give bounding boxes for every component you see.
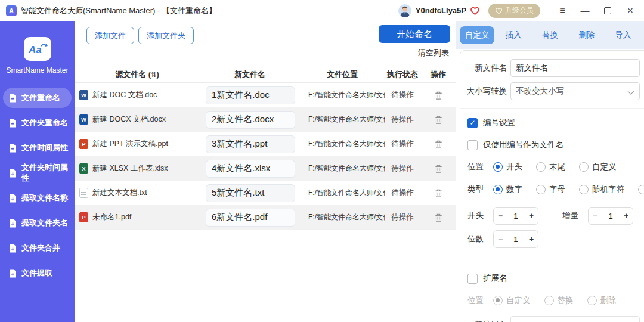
app-logo: Aa: [24, 37, 51, 61]
radio-option-3[interactable]: 自定义: [579, 162, 617, 172]
radio-circle-icon: [638, 185, 644, 194]
sidebar-item-label: 文件夹合并: [21, 243, 60, 253]
start-number-label: 开头: [467, 210, 485, 221]
tab-5[interactable]: 导入: [606, 26, 640, 44]
source-file-name: 新建 DOCX 文档.docx: [92, 114, 166, 125]
menu-icon[interactable]: ≡: [553, 5, 571, 16]
start-rename-button[interactable]: 开始命名: [379, 25, 450, 43]
radio-circle-icon: [579, 162, 589, 172]
sidebar-item-5[interactable]: 提取文件名称: [3, 188, 72, 208]
clear-list-link[interactable]: 清空列表: [418, 48, 449, 57]
sidebar-item-3[interactable]: 文件时间属性: [3, 138, 72, 158]
file-location: F:/智能文件命名大师/文件/新: [300, 188, 385, 198]
file-type-icon: [79, 188, 88, 198]
trash-icon: [435, 91, 442, 100]
file-table: 源文件名 (⇅) 新文件名 文件位置 执行状态 操作 W 新建 DOC 文档.d…: [75, 66, 456, 230]
minimize-icon[interactable]: —: [576, 5, 594, 16]
radio-option-1[interactable]: 开头: [493, 162, 522, 172]
upgrade-member-button[interactable]: 升级会员: [488, 4, 540, 18]
sidebar-item-label: 文件重命名: [21, 92, 60, 103]
sidebar-item-8[interactable]: 文件提取: [3, 263, 72, 283]
avatar[interactable]: [398, 4, 411, 17]
delete-row-button[interactable]: [433, 163, 444, 175]
radio-option-2[interactable]: 末尾: [536, 162, 565, 172]
add-folder-button[interactable]: 添加文件夹: [138, 27, 194, 44]
numbering-label: 编号设置: [483, 117, 515, 128]
plus-button[interactable]: +: [525, 234, 538, 244]
minus-button[interactable]: −: [589, 211, 602, 221]
case-convert-label: 大小写转换: [464, 86, 507, 97]
radio-circle-icon: [536, 162, 546, 172]
radio-option-3[interactable]: 随机字符: [579, 184, 624, 195]
sidebar-item-7[interactable]: 文件夹合并: [3, 238, 72, 258]
new-name-input[interactable]: 4新文件名.xlsx: [206, 160, 295, 178]
heart-badge-icon: [470, 6, 480, 16]
file-plus-icon: [9, 194, 17, 203]
new-name-input[interactable]: 5新文件名.txt: [206, 184, 295, 202]
close-icon[interactable]: ×: [621, 5, 639, 17]
divider: [460, 108, 644, 109]
sidebar-item-1[interactable]: 文件重命名: [3, 88, 72, 108]
table-row: P 未命名1.pdf 6新文件名.pdf F:/智能文件命名大师/文件/未 待操…: [75, 205, 456, 230]
minus-button[interactable]: −: [494, 234, 507, 244]
file-plus-icon: [9, 144, 17, 153]
username: Y0ndfcLlya5P: [416, 6, 466, 15]
sidebar-item-label: 提取文件夹名: [21, 218, 68, 228]
only-number-checkbox[interactable]: ✓: [467, 140, 478, 150]
table-row: 新建文本文档.txt 5新文件名.txt F:/智能文件命名大师/文件/新 待操…: [75, 181, 456, 205]
sidebar-item-4[interactable]: 文件夹时间属性: [3, 163, 72, 183]
delete-row-button[interactable]: [433, 138, 444, 150]
file-plus-icon: [9, 94, 17, 103]
sidebar-item-6[interactable]: 提取文件夹名: [3, 213, 72, 233]
new-name-input[interactable]: 3新文件名.ppt: [206, 135, 295, 153]
radio-circle-icon: [493, 296, 503, 305]
tab-4[interactable]: 删除: [569, 26, 604, 44]
plus-button[interactable]: +: [525, 211, 538, 221]
start-value[interactable]: 1: [507, 212, 525, 221]
radio-option-3[interactable]: 删除: [587, 295, 617, 306]
delete-row-button[interactable]: [433, 212, 444, 224]
sidebar-menu: 文件重命名 文件夹重命名 文件时间属性 文件夹时间属性: [0, 88, 75, 283]
sidebar-item-2[interactable]: 文件夹重命名: [3, 113, 72, 133]
digits-value[interactable]: 1: [507, 235, 525, 244]
radio-option-2[interactable]: 替换: [544, 295, 574, 306]
new-name-input[interactable]: 2新文件名.docx: [206, 111, 295, 129]
source-file-name: 新建 PPT 演示文稿.ppt: [92, 139, 168, 149]
tab-3[interactable]: 替换: [533, 26, 568, 44]
plus-button[interactable]: +: [620, 211, 633, 221]
delete-row-button[interactable]: [433, 187, 444, 199]
status-text: 待操作: [385, 114, 420, 125]
minus-button[interactable]: −: [494, 211, 507, 221]
case-convert-select[interactable]: 不改变大小写: [510, 82, 640, 100]
delete-row-button[interactable]: [433, 89, 444, 101]
tab-1[interactable]: 自定义: [460, 26, 494, 44]
header-source: 源文件名 (⇅): [75, 69, 200, 80]
delete-row-button[interactable]: [433, 114, 444, 126]
tab-2[interactable]: 插入: [496, 26, 531, 44]
radio-option-2[interactable]: 字母: [536, 184, 565, 195]
new-name-input[interactable]: 6新文件名.pdf: [206, 209, 295, 227]
radio-option-4[interactable]: 时间: [638, 184, 644, 195]
extension-label: 扩展名: [483, 273, 507, 284]
radio-option-1[interactable]: 自定义: [493, 295, 531, 306]
status-text: 待操作: [385, 90, 420, 100]
radio-option-1[interactable]: 数字: [493, 184, 522, 195]
new-extension-input[interactable]: [510, 316, 640, 322]
numbering-checkbox[interactable]: ✓: [467, 118, 478, 128]
extension-checkbox[interactable]: ✓: [467, 274, 478, 284]
new-filename-input[interactable]: [510, 59, 640, 77]
increment-value[interactable]: 1: [602, 212, 620, 221]
new-name-input[interactable]: 1新文件名.doc: [206, 86, 295, 104]
trash-icon: [435, 116, 442, 124]
radio-label: 自定义: [592, 162, 617, 172]
maximize-icon[interactable]: [599, 7, 617, 14]
ext-position-group-label: 位置: [467, 295, 485, 306]
start-stepper: − 1 +: [493, 207, 538, 225]
window-title: 智能文件命名大师(SmartName Master) - 【文件重命名】: [21, 5, 216, 16]
increment-stepper: − 1 +: [588, 207, 633, 225]
add-file-button[interactable]: 添加文件: [86, 27, 134, 44]
status-text: 待操作: [385, 212, 420, 222]
radio-label: 自定义: [506, 295, 531, 306]
member-shield-icon: [495, 7, 503, 14]
header-action: 操作: [420, 69, 456, 80]
